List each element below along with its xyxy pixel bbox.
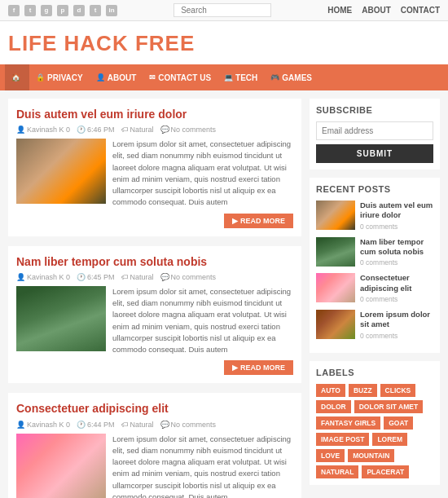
article-excerpt: Lorem ipsum dolor sit amet, consectetuer…: [112, 434, 293, 498]
games-icon: 🎮: [270, 73, 279, 82]
linkedin-icon[interactable]: in: [106, 5, 117, 16]
label-tag[interactable]: DOLOR: [316, 400, 351, 413]
nav-privacy[interactable]: 🔒 PRIVACY: [29, 64, 90, 90]
home-link[interactable]: HOME: [327, 6, 352, 15]
site-title: LIFE HACK FREE: [8, 31, 440, 56]
article-body: Lorem ipsum dolor sit amet, consectetuer…: [16, 286, 293, 376]
recent-post-image: [316, 237, 355, 267]
recent-post-image: [316, 273, 355, 302]
recent-post-meta: 0 comments: [360, 258, 433, 267]
time: 6:45 PM: [87, 273, 115, 281]
twitter-icon[interactable]: t: [24, 5, 36, 16]
label-tag[interactable]: DOLOR SIT AMET: [354, 400, 423, 413]
nav-home[interactable]: 🏠: [5, 64, 29, 90]
dribbble-icon[interactable]: d: [73, 5, 85, 16]
label-tag[interactable]: BUZZ: [349, 384, 377, 397]
label-tag[interactable]: NATURAL: [316, 465, 358, 478]
recent-post-meta: 0 comments: [360, 332, 433, 340]
article-meta: 👤Kavinash K 0 🕐6:45 PM 🏷Natural 💬No comm…: [16, 273, 293, 281]
author-icon: 👤: [16, 421, 25, 429]
comments: No comments: [171, 126, 217, 134]
recent-post-image: [316, 201, 355, 230]
article-title: Nam liber tempor cum soluta nobis: [16, 254, 293, 269]
user-icon: 👤: [96, 73, 105, 82]
category: Natural: [130, 421, 154, 429]
nav-contact[interactable]: ✉ CONTACT US: [143, 64, 217, 90]
clock-icon: 🕐: [77, 126, 86, 134]
author-icon: 👤: [16, 126, 25, 134]
label-tag[interactable]: LOVE: [316, 449, 345, 462]
comments: No comments: [171, 421, 217, 429]
recent-post-title[interactable]: Lorem ipsum dolor sit amet: [360, 310, 433, 330]
nav-about[interactable]: 👤 ABOUT: [90, 64, 143, 90]
label-tag[interactable]: PLACERAT: [362, 465, 409, 478]
nav-about-label: ABOUT: [108, 73, 137, 82]
recent-post-title[interactable]: Consectetuer adipiscing elit: [360, 273, 433, 293]
nav-games[interactable]: 🎮 GAMES: [264, 64, 318, 90]
label-tag[interactable]: AUTO: [316, 384, 345, 397]
google-icon[interactable]: g: [41, 5, 52, 16]
recent-post-info: Lorem ipsum dolor sit amet 0 comments: [360, 310, 433, 340]
article-title: Consectetuer adipiscing elit: [16, 401, 293, 416]
email-field[interactable]: [316, 121, 433, 140]
clock-icon: 🕐: [77, 421, 86, 429]
label-tag[interactable]: CLICKS: [380, 384, 416, 397]
recent-post-title[interactable]: Duis autem vel eum iriure dolor: [360, 201, 433, 221]
label-tag[interactable]: LOREM: [372, 433, 407, 446]
nav-tech[interactable]: 💻 TECH: [217, 64, 264, 90]
comments: No comments: [171, 273, 217, 281]
tag-icon: 🏷: [121, 421, 129, 429]
labels-wrap: AUTOBUZZCLICKSDOLORDOLOR SIT AMETFANTASY…: [316, 384, 433, 478]
article-text: Lorem ipsum dolor sit amet, consectetuer…: [112, 139, 293, 228]
pinterest-icon[interactable]: p: [57, 5, 68, 16]
recent-post-item: Duis autem vel eum iriure dolor 0 commen…: [316, 201, 433, 231]
recent-post-meta: 0 comments: [360, 295, 433, 303]
recent-post-item: Nam liber tempor cum soluta nobis 0 comm…: [316, 237, 433, 267]
article-meta: 👤Kavinash K 0 🕐6:44 PM 🏷Natural 💬No comm…: [16, 421, 293, 429]
author: Kavinash K 0: [27, 421, 70, 429]
search-input[interactable]: [173, 3, 271, 17]
tumblr-icon[interactable]: t: [90, 5, 101, 16]
read-more-button[interactable]: ▶ READ MORE: [224, 214, 293, 228]
label-tag[interactable]: GOAT: [384, 416, 413, 430]
recent-post-title[interactable]: Nam liber tempor cum soluta nobis: [360, 237, 433, 258]
recent-post-info: Nam liber tempor cum soluta nobis 0 comm…: [360, 237, 433, 267]
article-excerpt: Lorem ipsum dolor sit amet, consectetuer…: [112, 286, 293, 356]
time: 6:46 PM: [87, 126, 115, 134]
contact-link[interactable]: CONTACT: [401, 6, 440, 15]
submit-button[interactable]: SUBMIT: [316, 144, 433, 163]
article-text: Lorem ipsum dolor sit amet, consectetuer…: [112, 434, 293, 498]
site-header: LIFE HACK FREE: [0, 21, 448, 64]
time: 6:44 PM: [87, 421, 115, 429]
nav-privacy-label: PRIVACY: [47, 73, 83, 82]
article-body: Lorem ipsum dolor sit amet, consectetuer…: [16, 139, 293, 228]
author: Kavinash K 0: [27, 273, 70, 281]
category: Natural: [130, 273, 154, 281]
label-tag[interactable]: IMAGE POST: [316, 433, 369, 446]
comment-icon: 💬: [160, 421, 169, 429]
article-image: [16, 286, 106, 351]
about-link[interactable]: ABOUT: [362, 6, 391, 15]
label-tag[interactable]: FANTASY GIRLS: [316, 416, 380, 430]
recent-post-info: Consectetuer adipiscing elit 0 comments: [360, 273, 433, 303]
labels-section: LABELS AUTOBUZZCLICKSDOLORDOLOR SIT AMET…: [310, 361, 440, 485]
mail-icon: ✉: [149, 73, 156, 82]
label-tag[interactable]: MOUNTAIN: [348, 449, 394, 462]
article-meta: 👤Kavinash K 0 🕐6:46 PM 🏷Natural 💬No comm…: [16, 126, 293, 134]
labels-title: LABELS: [316, 368, 433, 377]
article-card: Duis autem vel eum iriure dolor 👤Kavinas…: [8, 99, 301, 236]
content-area: Duis autem vel eum iriure dolor 👤Kavinas…: [8, 99, 301, 498]
category: Natural: [130, 126, 154, 134]
subscribe-section: SUBSCRIBE SUBMIT: [310, 99, 440, 170]
recent-post-item: Consectetuer adipiscing elit 0 comments: [316, 273, 433, 303]
recent-post-item: Lorem ipsum dolor sit amet 0 comments: [316, 310, 433, 340]
article-text: Lorem ipsum dolor sit amet, consectetuer…: [112, 286, 293, 376]
nav-bar: 🏠 🔒 PRIVACY 👤 ABOUT ✉ CONTACT US 💻 TECH …: [0, 64, 448, 90]
clock-icon: 🕐: [77, 273, 86, 281]
read-more-button[interactable]: ▶ READ MORE: [224, 360, 293, 375]
facebook-icon[interactable]: f: [8, 5, 20, 16]
article-image: [16, 434, 106, 498]
social-icons: f t g p d t in: [8, 5, 117, 16]
author-icon: 👤: [16, 273, 25, 281]
recent-posts-section: RECENT POSTS Duis autem vel eum iriure d…: [310, 178, 440, 353]
